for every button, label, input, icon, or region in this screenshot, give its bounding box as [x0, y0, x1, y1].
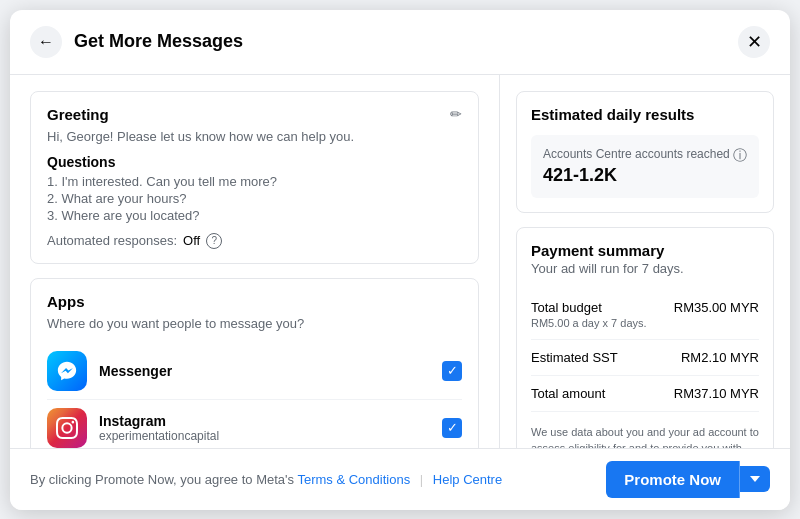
questions-label: Questions	[47, 154, 462, 170]
instagram-sub: experimentationcapital	[99, 429, 442, 443]
list-item: 2. What are your hours?	[47, 191, 462, 206]
payment-title: Payment summary	[531, 242, 759, 259]
payment-row-total: Total amount RM37.10 MYR	[531, 376, 759, 412]
edit-icon[interactable]: ✏	[450, 106, 462, 122]
payment-row-sst: Estimated SST RM2.10 MYR	[531, 340, 759, 376]
modal-header: ← Get More Messages ✕	[10, 10, 790, 75]
back-button[interactable]: ←	[30, 26, 62, 58]
footer-text: By clicking Promote Now, you agree to Me…	[30, 472, 502, 487]
accounts-label: Accounts Centre accounts reached	[543, 147, 730, 161]
footer-separator: |	[420, 472, 423, 487]
help-link[interactable]: Help Centre	[433, 472, 502, 487]
disclaimer-text: We use data about you and your ad accoun…	[531, 424, 759, 448]
close-button[interactable]: ✕	[738, 26, 770, 58]
payment-label-sst: Estimated SST	[531, 350, 618, 365]
messenger-checkbox[interactable]: ✓	[442, 361, 462, 381]
instagram-name: Instagram	[99, 413, 442, 429]
payment-label-total: Total amount	[531, 386, 605, 401]
messenger-name: Messenger	[99, 363, 442, 379]
greeting-card: Greeting ✏ Hi, George! Please let us kno…	[30, 91, 479, 264]
back-icon: ←	[38, 33, 54, 51]
payment-subtitle: Your ad will run for 7 days.	[531, 261, 759, 276]
automated-value: Off	[183, 233, 200, 248]
instagram-icon	[47, 408, 87, 448]
apps-title: Apps	[47, 293, 85, 310]
accounts-reached-box: Accounts Centre accounts reached 421-1.2…	[531, 135, 759, 198]
greeting-header: Greeting ✏	[47, 106, 462, 123]
payment-value-budget: RM35.00 MYR	[674, 300, 759, 315]
payment-row-budget: Total budget RM5.00 a day x 7 days. RM35…	[531, 290, 759, 340]
modal-footer: By clicking Promote Now, you agree to Me…	[10, 448, 790, 510]
terms-link[interactable]: Terms & Conditions	[297, 472, 410, 487]
promote-group: Promote Now	[606, 461, 770, 498]
close-icon: ✕	[747, 31, 762, 53]
questions-list: 1. I'm interested. Can you tell me more?…	[47, 174, 462, 223]
modal-title: Get More Messages	[74, 31, 738, 52]
messenger-info: Messenger	[99, 363, 442, 379]
instagram-info: Instagram experimentationcapital	[99, 413, 442, 443]
greeting-title: Greeting	[47, 106, 109, 123]
estimated-results-title: Estimated daily results	[531, 106, 759, 123]
accounts-value: 421-1.2K	[543, 165, 730, 186]
accounts-info-button[interactable]: ⓘ	[733, 147, 747, 165]
chevron-down-icon	[750, 476, 760, 482]
automated-row: Automated responses: Off ?	[47, 233, 462, 249]
modal-body: Greeting ✏ Hi, George! Please let us kno…	[10, 75, 790, 448]
modal: ← Get More Messages ✕ Greeting ✏ Hi, Geo…	[10, 10, 790, 510]
instagram-row: Instagram experimentationcapital ✓	[47, 400, 462, 448]
automated-label: Automated responses:	[47, 233, 177, 248]
payment-value-sst: RM2.10 MYR	[681, 350, 759, 365]
messenger-icon	[47, 351, 87, 391]
right-panel: Estimated daily results Accounts Centre …	[500, 75, 790, 448]
promote-now-button[interactable]: Promote Now	[606, 461, 740, 498]
payment-label-budget: Total budget RM5.00 a day x 7 days.	[531, 300, 647, 329]
payment-value-total: RM37.10 MYR	[674, 386, 759, 401]
apps-section: Apps Where do you want people to message…	[30, 278, 479, 448]
info-icon[interactable]: ?	[206, 233, 222, 249]
estimated-results-card: Estimated daily results Accounts Centre …	[516, 91, 774, 213]
greeting-text: Hi, George! Please let us know how we ca…	[47, 129, 462, 144]
apps-subtitle: Where do you want people to message you?	[47, 316, 462, 331]
left-panel: Greeting ✏ Hi, George! Please let us kno…	[10, 75, 500, 448]
list-item: 1. I'm interested. Can you tell me more?	[47, 174, 462, 189]
apps-header: Apps	[47, 293, 462, 310]
instagram-checkbox[interactable]: ✓	[442, 418, 462, 438]
list-item: 3. Where are you located?	[47, 208, 462, 223]
promote-dropdown-button[interactable]	[740, 466, 770, 492]
accounts-reached-info: Accounts Centre accounts reached 421-1.2…	[543, 147, 730, 186]
payment-card: Payment summary Your ad will run for 7 d…	[516, 227, 774, 448]
messenger-row: Messenger ✓	[47, 343, 462, 400]
